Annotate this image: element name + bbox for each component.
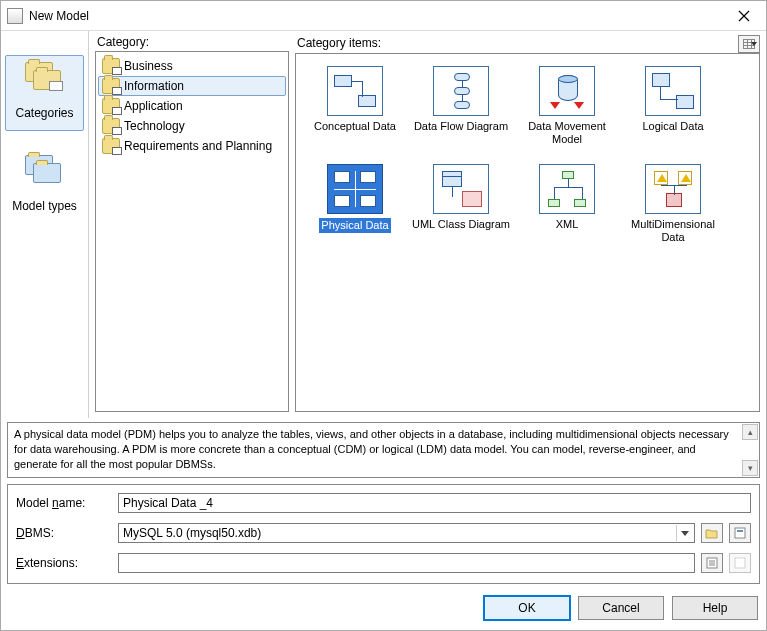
top-panels: Categories Model types Category:	[1, 31, 766, 418]
multidimensional-icon	[645, 164, 701, 214]
window-title: New Model	[29, 9, 722, 23]
view-options-button[interactable]	[738, 35, 760, 53]
sidebar-label: Model types	[12, 199, 77, 213]
category-label: Category:	[95, 35, 289, 49]
row-dbms: DBMS: MySQL 5.0 (mysql50.xdb)	[16, 523, 751, 543]
new-model-dialog: New Model Categories	[0, 0, 767, 631]
tree-item-information[interactable]: Information	[98, 76, 286, 96]
app-icon	[7, 8, 23, 24]
item-label: Physical Data	[319, 218, 390, 233]
item-conceptual-data[interactable]: Conceptual Data	[304, 62, 406, 156]
folder-icon	[102, 138, 120, 154]
extensions-add-button[interactable]	[701, 553, 723, 573]
row-model-name: Model name:	[16, 493, 751, 513]
properties-icon	[734, 527, 746, 539]
item-label: Data Movement Model	[518, 120, 616, 146]
close-button[interactable]	[722, 1, 766, 31]
tree-label: Information	[124, 79, 184, 93]
item-label: UML Class Diagram	[412, 218, 510, 231]
folder-icon	[102, 78, 120, 94]
scroll-down-icon[interactable]: ▾	[742, 460, 758, 476]
uml-class-icon	[433, 164, 489, 214]
button-row: OK Cancel Help	[1, 590, 766, 630]
item-physical-data[interactable]: Physical Data	[304, 160, 406, 254]
data-flow-icon	[433, 66, 489, 116]
ok-button[interactable]: OK	[484, 596, 570, 620]
svg-rect-0	[735, 528, 745, 538]
physical-data-icon	[327, 164, 383, 214]
item-label: Logical Data	[624, 120, 722, 133]
item-label: MultiDimensional Data	[624, 218, 722, 244]
scroll-up-icon[interactable]: ▴	[742, 424, 758, 440]
help-button[interactable]: Help	[672, 596, 758, 620]
item-multidimensional-data[interactable]: MultiDimensional Data	[622, 160, 724, 254]
tree-item-business[interactable]: Business	[98, 56, 286, 76]
items-panel: Category items: Conceptua	[289, 31, 766, 418]
extensions-properties-button	[729, 553, 751, 573]
chevron-down-icon	[751, 42, 757, 46]
model-name-label: Model name:	[16, 496, 112, 510]
sidebar-item-categories[interactable]: Categories	[5, 55, 84, 131]
description-scrollbar[interactable]: ▴ ▾	[742, 424, 758, 476]
model-name-input[interactable]	[118, 493, 751, 513]
close-icon	[738, 10, 750, 22]
item-label: Conceptual Data	[306, 120, 404, 133]
dbms-value: MySQL 5.0 (mysql50.xdb)	[123, 526, 676, 540]
sidebar-item-model-types[interactable]: Model types	[5, 149, 84, 223]
category-tree[interactable]: Business Information Application Technol…	[95, 51, 289, 412]
content-area: Categories Model types Category:	[1, 31, 766, 630]
item-xml[interactable]: XML	[516, 160, 618, 254]
tree-label: Application	[124, 99, 183, 113]
chevron-down-icon	[676, 525, 692, 541]
svg-rect-1	[737, 530, 743, 532]
folder-icon	[102, 58, 120, 74]
category-panel: Category: Business Information Applicati…	[89, 31, 289, 418]
dbms-properties-button[interactable]	[729, 523, 751, 543]
item-data-movement-model[interactable]: Data Movement Model	[516, 62, 618, 156]
categories-icon	[25, 62, 65, 102]
extensions-label: Extensions:	[16, 556, 112, 570]
dbms-browse-button[interactable]	[701, 523, 723, 543]
folder-open-icon	[705, 527, 719, 539]
item-logical-data[interactable]: Logical Data	[622, 62, 724, 156]
description-text: A physical data model (PDM) helps you to…	[14, 428, 729, 470]
logical-data-icon	[645, 66, 701, 116]
sidebar-label: Categories	[15, 106, 73, 120]
tree-item-application[interactable]: Application	[98, 96, 286, 116]
tree-item-requirements[interactable]: Requirements and Planning	[98, 136, 286, 156]
properties-icon	[734, 557, 746, 569]
model-types-icon	[25, 155, 65, 195]
dbms-combobox[interactable]: MySQL 5.0 (mysql50.xdb)	[118, 523, 695, 543]
tree-label: Requirements and Planning	[124, 139, 272, 153]
cancel-button[interactable]: Cancel	[578, 596, 664, 620]
tree-label: Business	[124, 59, 173, 73]
item-label: Data Flow Diagram	[412, 120, 510, 133]
form-area: Model name: DBMS: MySQL 5.0 (mysql50.xdb…	[7, 484, 760, 584]
tree-label: Technology	[124, 119, 185, 133]
folder-icon	[102, 98, 120, 114]
folder-icon	[102, 118, 120, 134]
left-sidebar: Categories Model types	[1, 31, 89, 418]
svg-rect-3	[735, 558, 745, 568]
items-grid[interactable]: Conceptual Data Data Flow Diagram	[295, 53, 760, 412]
tree-item-technology[interactable]: Technology	[98, 116, 286, 136]
description-box: A physical data model (PDM) helps you to…	[7, 422, 760, 478]
item-label: XML	[518, 218, 616, 231]
extensions-combobox[interactable]	[118, 553, 695, 573]
dbms-label: DBMS:	[16, 526, 112, 540]
items-label: Category items:	[295, 36, 738, 50]
item-uml-class-diagram[interactable]: UML Class Diagram	[410, 160, 512, 254]
conceptual-data-icon	[327, 66, 383, 116]
item-data-flow-diagram[interactable]: Data Flow Diagram	[410, 62, 512, 156]
list-icon	[706, 557, 718, 569]
xml-icon	[539, 164, 595, 214]
titlebar: New Model	[1, 1, 766, 31]
data-movement-icon	[539, 66, 595, 116]
row-extensions: Extensions:	[16, 553, 751, 573]
